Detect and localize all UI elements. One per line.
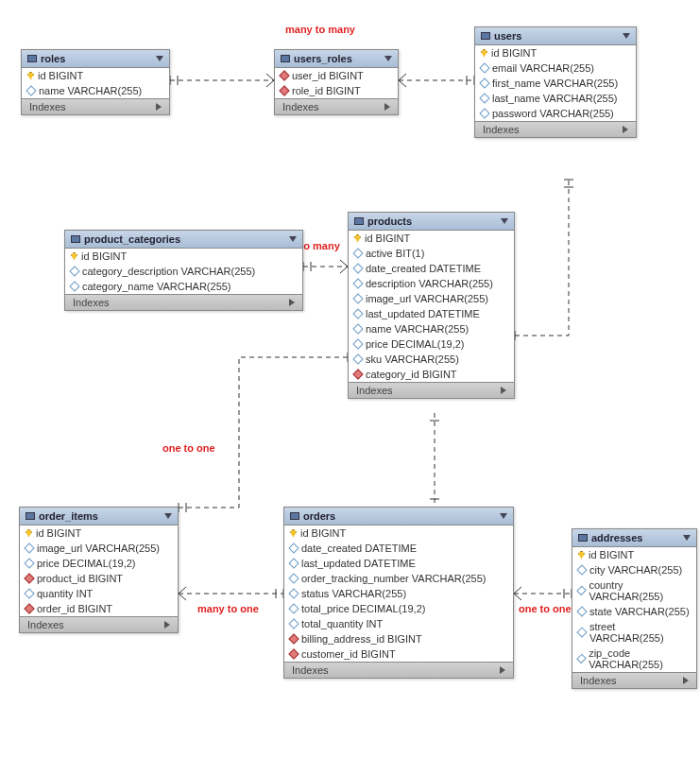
column-row[interactable]: image_url VARCHAR(255)	[20, 541, 178, 556]
column-row[interactable]: last_updated DATETIME	[284, 556, 513, 571]
table-footer[interactable]: Indexes	[20, 616, 178, 632]
column-row[interactable]: last_name VARCHAR(255)	[475, 91, 636, 106]
column-row[interactable]: country VARCHAR(255)	[572, 577, 696, 604]
column-row[interactable]: password VARCHAR(255)	[475, 106, 636, 121]
table-footer[interactable]: Indexes	[284, 662, 513, 678]
column-row[interactable]: quantity INT	[20, 586, 178, 601]
table-footer[interactable]: Indexes	[65, 294, 302, 310]
table-header[interactable]: orders	[284, 508, 513, 525]
column-row[interactable]: name VARCHAR(255)	[349, 321, 514, 336]
column-row[interactable]: id BIGINT	[65, 249, 302, 264]
column-row[interactable]: zip_code VARCHAR(255)	[572, 646, 696, 672]
column-row[interactable]: id BIGINT	[475, 45, 636, 60]
column-row[interactable]: sku VARCHAR(255)	[349, 352, 514, 367]
expand-arrow-icon[interactable]	[384, 103, 390, 111]
expand-arrow-icon[interactable]	[164, 621, 170, 629]
attr-diamond-icon	[352, 353, 363, 364]
table-roles[interactable]: roles id BIGINTname VARCHAR(255) Indexes	[21, 49, 170, 115]
table-header[interactable]: order_items	[20, 508, 178, 525]
column-row[interactable]: first_name VARCHAR(255)	[475, 76, 636, 91]
column-row[interactable]: price DECIMAL(19,2)	[20, 556, 178, 571]
collapse-arrow-icon[interactable]	[384, 56, 392, 61]
column-row[interactable]: state VARCHAR(255)	[572, 604, 696, 619]
table-users-roles[interactable]: users_roles user_id BIGINTrole_id BIGINT…	[274, 49, 399, 115]
column-text: category_description VARCHAR(255)	[82, 266, 255, 277]
column-row[interactable]: status VARCHAR(255)	[284, 586, 513, 601]
column-row[interactable]: street VARCHAR(255)	[572, 619, 696, 646]
table-footer[interactable]: Indexes	[475, 121, 636, 137]
column-row[interactable]: order_id BIGINT	[20, 601, 178, 616]
column-row[interactable]: description VARCHAR(255)	[349, 276, 514, 291]
collapse-arrow-icon[interactable]	[289, 236, 297, 242]
attr-diamond-icon	[288, 588, 299, 598]
table-header[interactable]: users_roles	[275, 50, 398, 68]
column-text: image_url VARCHAR(255)	[37, 543, 160, 554]
column-row[interactable]: category_id BIGINT	[349, 367, 514, 382]
table-header[interactable]: users	[475, 27, 636, 45]
column-row[interactable]: date_created DATETIME	[284, 541, 513, 556]
table-addresses[interactable]: addresses id BIGINTcity VARCHAR(255)coun…	[572, 528, 697, 689]
expand-arrow-icon[interactable]	[156, 103, 162, 111]
column-row[interactable]: city VARCHAR(255)	[572, 562, 696, 577]
column-row[interactable]: name VARCHAR(255)	[22, 83, 169, 98]
table-header[interactable]: addresses	[572, 529, 696, 547]
key-icon	[578, 551, 585, 560]
expand-arrow-icon[interactable]	[501, 387, 506, 394]
table-icon	[27, 55, 37, 62]
table-order-items[interactable]: order_items id BIGINTimage_url VARCHAR(2…	[19, 507, 179, 633]
table-title: product_categories	[84, 233, 180, 245]
attr-diamond-icon	[352, 248, 363, 258]
collapse-arrow-icon[interactable]	[164, 513, 172, 519]
table-products[interactable]: products id BIGINTactive BIT(1)date_crea…	[348, 212, 515, 399]
column-row[interactable]: total_price DECIMAL(19,2)	[284, 601, 513, 616]
collapse-arrow-icon[interactable]	[156, 56, 163, 61]
table-icon	[481, 32, 490, 40]
fk-diamond-icon	[279, 85, 289, 95]
column-row[interactable]: email VARCHAR(255)	[475, 60, 636, 76]
column-list: id BIGINTimage_url VARCHAR(255)price DEC…	[20, 525, 178, 616]
column-row[interactable]: category_description VARCHAR(255)	[65, 264, 302, 279]
key-icon	[27, 72, 34, 80]
attr-diamond-icon	[24, 558, 34, 568]
column-row[interactable]: last_updated DATETIME	[349, 306, 514, 321]
collapse-arrow-icon[interactable]	[501, 218, 508, 224]
column-row[interactable]: customer_id BIGINT	[284, 646, 513, 662]
column-row[interactable]: total_quantity INT	[284, 616, 513, 631]
column-row[interactable]: id BIGINT	[20, 525, 178, 541]
column-row[interactable]: date_created DATETIME	[349, 261, 514, 276]
table-title: products	[367, 215, 412, 227]
table-users[interactable]: users id BIGINTemail VARCHAR(255)first_n…	[474, 26, 637, 138]
column-row[interactable]: id BIGINT	[22, 68, 169, 83]
column-row[interactable]: user_id BIGINT	[275, 68, 398, 83]
column-row[interactable]: image_url VARCHAR(255)	[349, 291, 514, 306]
column-row[interactable]: order_tracking_number VARCHAR(255)	[284, 571, 513, 586]
table-footer[interactable]: Indexes	[572, 672, 696, 688]
table-orders[interactable]: orders id BIGINTdate_created DATETIMElas…	[283, 507, 514, 679]
expand-arrow-icon[interactable]	[289, 299, 295, 306]
column-row[interactable]: product_id BIGINT	[20, 571, 178, 586]
table-footer[interactable]: Indexes	[22, 98, 169, 114]
collapse-arrow-icon[interactable]	[623, 33, 630, 39]
collapse-arrow-icon[interactable]	[500, 513, 507, 519]
column-row[interactable]: id BIGINT	[284, 525, 513, 541]
table-product-categories[interactable]: product_categories id BIGINTcategory_des…	[64, 230, 303, 311]
column-text: zip_code VARCHAR(255)	[589, 647, 691, 670]
table-footer[interactable]: Indexes	[349, 382, 514, 398]
table-header[interactable]: roles	[22, 50, 169, 68]
expand-arrow-icon[interactable]	[683, 677, 689, 684]
expand-arrow-icon[interactable]	[500, 666, 505, 674]
column-row[interactable]: role_id BIGINT	[275, 83, 398, 98]
column-row[interactable]: billing_address_id BIGINT	[284, 631, 513, 646]
column-row[interactable]: category_name VARCHAR(255)	[65, 279, 302, 294]
column-row[interactable]: price DECIMAL(19,2)	[349, 336, 514, 352]
expand-arrow-icon[interactable]	[623, 126, 628, 133]
column-row[interactable]: active BIT(1)	[349, 246, 514, 261]
table-header[interactable]: products	[349, 213, 514, 231]
column-row[interactable]: id BIGINT	[572, 547, 696, 562]
column-row[interactable]: id BIGINT	[349, 231, 514, 246]
indexes-label: Indexes	[282, 101, 319, 112]
table-header[interactable]: product_categories	[65, 231, 302, 249]
attr-diamond-icon	[26, 85, 36, 95]
collapse-arrow-icon[interactable]	[683, 535, 691, 541]
table-footer[interactable]: Indexes	[275, 98, 398, 114]
